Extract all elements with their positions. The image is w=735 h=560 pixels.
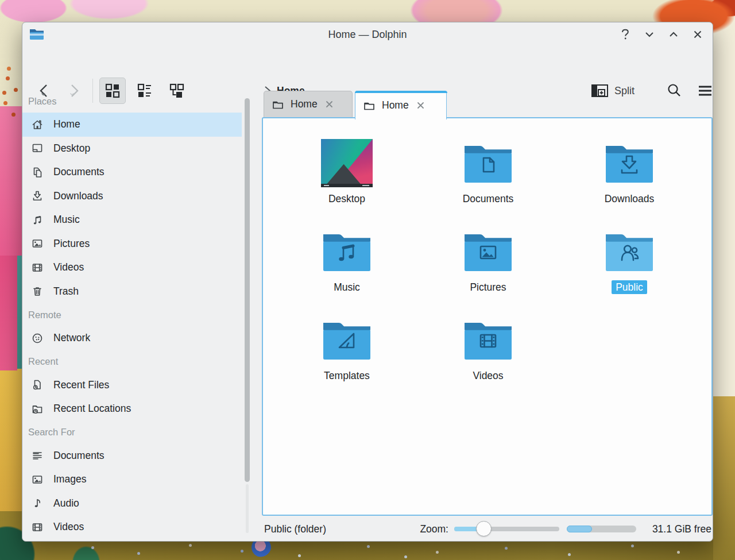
- pictures-icon: [30, 473, 44, 486]
- titlebar[interactable]: Home — Dolphin: [22, 22, 713, 47]
- help-icon[interactable]: [618, 28, 632, 41]
- sidebar-item-label: Desktop: [53, 142, 90, 155]
- file-grid: Desktop Documents Downloads Music Pictur…: [276, 137, 700, 402]
- sidebar-item-label: Recent Locations: [53, 403, 131, 415]
- pictures-icon: [30, 237, 44, 250]
- dolphin-window: Home — Dolphin: [22, 22, 713, 542]
- sidebar-item-downloads[interactable]: Downloads: [22, 184, 242, 208]
- sidebar-item-network[interactable]: Network: [22, 326, 242, 350]
- file-item-templates[interactable]: Templates: [276, 314, 417, 402]
- folder-templates-icon: [320, 318, 373, 364]
- tab-bar: Home Home: [22, 91, 713, 118]
- selection-info: Public (folder): [264, 516, 326, 542]
- tab-close-button close-icon[interactable]: [416, 101, 426, 111]
- file-label: Documents: [459, 192, 518, 206]
- videos-icon: [30, 261, 44, 275]
- file-item-public[interactable]: Public: [559, 225, 700, 314]
- file-label: Downloads: [601, 192, 659, 206]
- sidebar-item-recent-locations[interactable]: Recent Locations: [22, 397, 242, 421]
- sidebar-item-images[interactable]: Images: [22, 468, 242, 492]
- zoom-slider[interactable]: [454, 527, 559, 531]
- folder-downloads-icon: [603, 141, 656, 187]
- audio-icon: [30, 496, 44, 510]
- disk-capacity-fill: [567, 526, 592, 532]
- folder-public-icon: [603, 230, 656, 276]
- sidebar-item-desktop[interactable]: Desktop: [22, 137, 242, 161]
- sidebar-item-label: Videos: [53, 521, 84, 533]
- sidebar-item-label: Audio: [53, 497, 79, 509]
- sidebar-item-label: Pictures: [53, 238, 90, 250]
- file-label: Public: [612, 280, 647, 294]
- file-item-videos[interactable]: Videos: [417, 314, 559, 402]
- network-icon: [30, 331, 44, 345]
- sidebar-section-header: Search For: [22, 421, 242, 444]
- folder-view: Desktop Documents Downloads Music Pictur…: [262, 117, 713, 516]
- folder-icon: [363, 101, 375, 111]
- folder-pictures-icon: [462, 230, 514, 276]
- folder-documents-icon: [462, 141, 514, 187]
- desktop-wallpaper-thumbnail: [321, 139, 373, 187]
- file-label: Desktop: [324, 192, 369, 206]
- desktop: Home — Dolphin: [0, 0, 735, 560]
- folder-icon: [272, 99, 284, 110]
- sidebar-item-trash[interactable]: Trash: [22, 280, 242, 304]
- sidebar-item-label: Images: [53, 473, 86, 485]
- zoom-slider-thumb[interactable]: [476, 521, 492, 536]
- sidebar-item-recent-files[interactable]: Recent Files: [22, 373, 242, 397]
- sidebar-item-label: Documents: [53, 166, 105, 178]
- file-item-documents[interactable]: Documents: [417, 137, 559, 225]
- tab-label: Home: [382, 99, 409, 111]
- file-item-music[interactable]: Music: [276, 225, 417, 314]
- file-label: Pictures: [466, 280, 510, 294]
- sidebar-item-documents[interactable]: Documents: [22, 160, 242, 184]
- sidebar-item-documents[interactable]: Documents: [22, 444, 242, 468]
- sidebar-item-music[interactable]: Music: [22, 208, 242, 232]
- home-icon: [30, 118, 44, 132]
- sidebar-scrollbar[interactable]: [245, 98, 250, 533]
- file-item-desktop[interactable]: Desktop: [276, 137, 417, 225]
- disk-capacity-bar: [567, 526, 636, 532]
- folder-music-icon: [320, 230, 373, 276]
- trash-icon: [30, 284, 44, 298]
- desktop-icon: [30, 141, 44, 155]
- free-space-label: 31.1 GiB free: [652, 516, 711, 542]
- window-controls: [618, 22, 705, 47]
- scrollbar-thumb[interactable]: [245, 98, 250, 482]
- sidebar-section-header: Recent: [22, 350, 242, 373]
- tab-label: Home: [291, 98, 318, 110]
- recent-files-icon: [30, 378, 44, 392]
- file-label: Music: [330, 280, 364, 294]
- sidebar-section-header: Remote: [22, 303, 242, 326]
- zoom-label: Zoom:: [400, 516, 448, 542]
- videos-icon: [30, 520, 44, 534]
- maximize-button chevron-up-icon[interactable]: [667, 28, 680, 41]
- sidebar-item-label: Documents: [53, 450, 105, 462]
- folder-videos-icon: [462, 318, 514, 364]
- sidebar-item-label: Downloads: [53, 190, 103, 202]
- sidebar-item-audio[interactable]: Audio: [22, 492, 242, 516]
- file-label: Videos: [469, 369, 507, 383]
- search-documents-icon: [30, 449, 44, 462]
- tab-home-1[interactable]: Home: [264, 91, 353, 117]
- minimize-button chevron-down-icon[interactable]: [643, 28, 656, 41]
- file-item-pictures[interactable]: Pictures: [417, 225, 559, 314]
- scrollbar-track[interactable]: [246, 484, 249, 533]
- wallpaper-leaves: [0, 0, 2, 2]
- close-button close-icon[interactable]: [691, 28, 705, 41]
- recent-locations-icon: [30, 402, 44, 416]
- file-item-downloads[interactable]: Downloads: [559, 137, 700, 225]
- statusbar: Public (folder) Zoom: 31.1 GiB free: [262, 516, 713, 542]
- documents-icon: [30, 165, 44, 179]
- sidebar-item-label: Videos: [53, 261, 84, 273]
- file-label: Templates: [320, 369, 374, 383]
- tab-close-button close-icon[interactable]: [324, 99, 335, 110]
- sidebar-item-label: Home: [53, 118, 80, 130]
- sidebar-item-videos[interactable]: Videos: [22, 256, 242, 280]
- sidebar-item-label: Network: [53, 332, 90, 344]
- toolbar: Home Split: [22, 47, 713, 90]
- sidebar-item-pictures[interactable]: Pictures: [22, 232, 242, 256]
- sidebar: Places Home Desktop Documents Downloads …: [22, 90, 242, 541]
- window-title: Home — Dolphin: [22, 29, 713, 41]
- sidebar-item-videos[interactable]: Videos: [22, 515, 242, 539]
- tab-home-2[interactable]: Home: [355, 91, 447, 119]
